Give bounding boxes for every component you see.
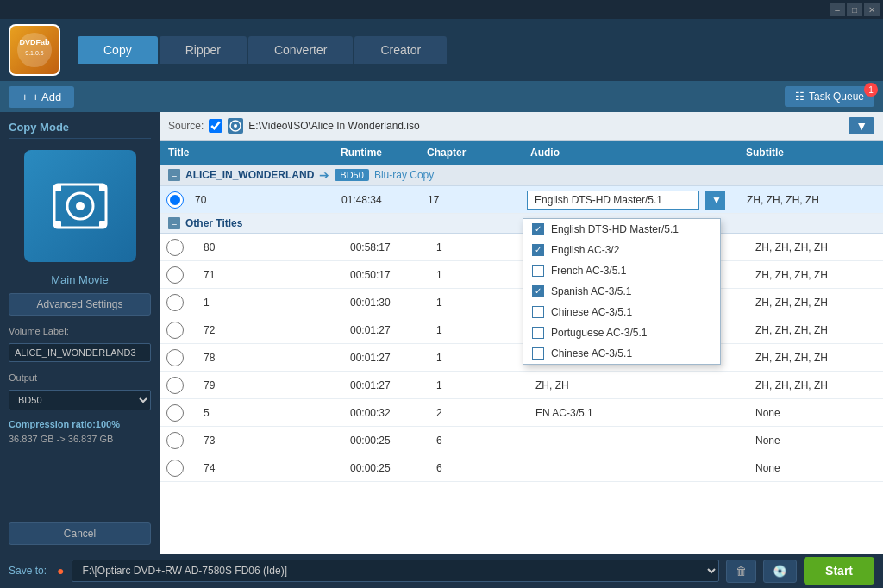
audio-dropdown-button[interactable]: ▼ [705,191,725,210]
burn-button[interactable]: 💿 [763,560,797,583]
row-chapter: 6 [428,435,531,447]
row-radio[interactable] [166,294,184,311]
row-title: 78 [199,352,341,364]
row-chapter: 1 [428,352,531,364]
advanced-settings-button[interactable]: Advanced Settings [9,293,151,316]
compression-size: 36.837 GB -> 36.837 GB [9,434,113,444]
row-chapter: 2 [428,407,531,419]
task-queue-button[interactable]: ☷ Task Queue 1 [785,86,874,107]
save-disc-icon: ● [57,564,64,578]
svg-rect-7 [99,185,106,191]
row-title: 71 [199,269,341,281]
row-runtime: 00:01:27 [341,324,428,336]
row-radio[interactable] [166,432,184,449]
dropdown-item-5[interactable]: Portuguese AC-3/5.1 [523,322,720,343]
plus-icon: + [22,91,28,103]
row-subtitle: None [747,435,883,447]
source-checkbox[interactable] [209,119,222,133]
left-panel: Copy Mode Main Movie Advanced Settings V… [0,112,160,554]
tab-converter[interactable]: Converter [248,36,353,64]
row-radio[interactable] [166,404,184,422]
logo-icon: DVDFab 9.1.0.5 [14,29,55,71]
start-button[interactable]: Start [804,557,874,585]
output-select[interactable]: BD50 [9,390,151,410]
save-path-select[interactable]: F:\[Optiarc DVD+-RW AD-7580S FD06 (Ide)] [72,560,720,582]
row-radio[interactable] [166,191,184,209]
col-title-header: Title [160,147,332,159]
tab-creator[interactable]: Creator [354,36,447,64]
group-collapse-button[interactable]: – [168,169,180,181]
group-name: ALICE_IN_WONDERLAND [185,169,314,181]
dropdown-item-label-1: English AC-3/2 [551,244,619,256]
add-label: + Add [33,91,62,103]
row-radio[interactable] [166,377,184,394]
close-button[interactable]: ✕ [864,3,880,16]
table-row: 78 00:01:27 1 ZH, ZH ZH, ZH, ZH, ZH [160,344,883,372]
cancel-button[interactable]: Cancel [9,522,151,545]
col-runtime-header: Runtime [332,147,418,159]
minimize-button[interactable]: – [830,3,845,16]
dropdown-item-label-0: English DTS-HD Master/5.1 [551,223,679,235]
row-radio[interactable] [166,239,184,256]
source-disc-icon [228,118,243,134]
dropdown-item-4[interactable]: Chinese AC-3/5.1 [523,302,720,322]
row-radio[interactable] [166,349,184,366]
add-button[interactable]: + + Add [9,86,74,108]
row-title: 73 [199,435,341,447]
compression-info: Compression ratio:100% 36.837 GB -> 36.8… [9,417,151,446]
dropdown-item-2[interactable]: French AC-3/5.1 [523,260,720,281]
dropdown-check-1 [532,244,544,256]
dropdown-item-6[interactable]: Chinese AC-3/5.1 [523,343,720,364]
row-radio[interactable] [166,322,184,339]
dropdown-check-5 [532,327,544,339]
row-radio[interactable] [166,460,184,477]
source-dropdown-button[interactable]: ▼ [849,117,874,134]
row-runtime: 00:00:25 [341,462,428,474]
volume-input[interactable] [9,343,151,362]
row-runtime: 00:01:27 [341,352,428,364]
row-chapter: 1 [428,324,531,336]
svg-text:DVDFab: DVDFab [19,38,50,47]
dropdown-item-3[interactable]: Spanish AC-3/5.1 [523,281,720,302]
table-row: 80 00:58:17 1 ZH, ZH, ZH, ZH [160,234,883,261]
row-runtime: 00:58:17 [341,241,428,253]
row-subtitle: ZH, ZH, ZH, ZH [747,269,883,281]
table-row: 73 00:00:25 6 None [160,427,883,454]
restore-button[interactable]: □ [847,3,862,16]
row-title: 72 [199,324,341,336]
trash-button[interactable]: 🗑 [726,560,756,583]
task-queue-label: Task Queue [809,91,864,103]
title-bar: – □ ✕ [0,0,883,19]
svg-text:9.1.0.5: 9.1.0.5 [25,50,44,56]
dropdown-item-label-6: Chinese AC-3/5.1 [551,347,632,360]
other-collapse-button[interactable]: – [168,217,180,229]
dropdown-item-1[interactable]: English AC-3/2 [523,240,720,260]
audio-select[interactable]: English DTS-HD Master/5.1 [527,191,699,210]
other-titles-header: – Other Titles [160,214,883,234]
row-title: 1 [199,297,341,309]
tab-ripper[interactable]: Ripper [160,36,247,64]
toolbar: + + Add ☷ Task Queue 1 [0,81,883,112]
bd50-badge: BD50 [335,169,369,181]
dropdown-item-0[interactable]: English DTS-HD Master/5.1 [523,219,720,240]
row-subtitle: ZH, ZH, ZH, ZH [747,352,883,364]
mode-icon [24,150,136,262]
disc-svg [229,120,241,132]
dropdown-check-2 [532,265,544,277]
dropdown-check-6 [532,347,544,360]
group-arrow-icon: ➔ [319,168,329,182]
header: DVDFab 9.1.0.5 Copy Ripper Converter Cre… [0,19,883,81]
copy-mode-label: Copy Mode [9,121,151,139]
row-runtime: 00:01:30 [341,297,428,309]
bluray-copy-label: Blu-ray Copy [374,169,434,181]
row-runtime: 00:00:32 [341,407,428,419]
logo: DVDFab 9.1.0.5 [9,24,60,76]
col-audio-header: Audio [522,147,737,159]
row-radio[interactable] [166,266,184,284]
table-row: 71 00:50:17 1 ZH, ZH, ZH, ZH [160,261,883,289]
tab-copy[interactable]: Copy [78,36,158,64]
output-label: Output [9,372,151,383]
source-label: Source: [168,120,204,132]
content-area: Source: E:\Video\ISO\Alice In Wonderland… [160,112,883,554]
save-to-label: Save to: [9,565,47,577]
